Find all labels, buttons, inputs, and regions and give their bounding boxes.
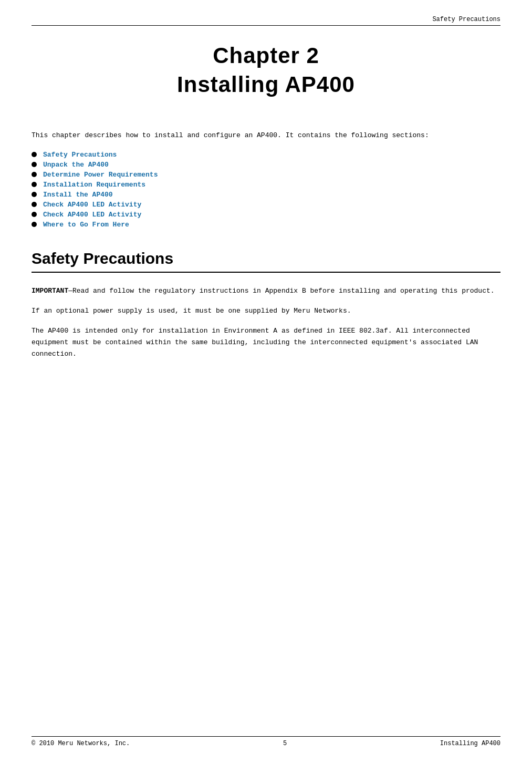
- chapter-number: Chapter 2: [213, 43, 319, 68]
- bullet-icon: [32, 152, 37, 157]
- page-header: Safety Precautions: [32, 16, 500, 26]
- toc-link-unpack[interactable]: Unpack the AP400: [43, 161, 109, 169]
- bullet-icon: [32, 182, 37, 187]
- important-label: IMPORTANT: [32, 287, 68, 295]
- toc-link-power[interactable]: Determine Power Requirements: [43, 171, 158, 179]
- list-item: Unpack the AP400: [32, 161, 500, 169]
- toc-link-led1[interactable]: Check AP400 LED Activity: [43, 201, 141, 209]
- bullet-icon: [32, 202, 37, 207]
- toc-link-install[interactable]: Install the AP400: [43, 191, 113, 199]
- chapter-heading: Chapter 2 Installing AP400: [32, 42, 500, 99]
- footer-title: Installing AP400: [440, 740, 500, 747]
- toc-link-safety[interactable]: Safety Precautions: [43, 151, 117, 159]
- chapter-title-block: Chapter 2 Installing AP400: [32, 42, 500, 99]
- body-paragraph-1: IMPORTANT—Read and follow the regulatory…: [32, 285, 500, 297]
- toc-link-led2[interactable]: Check AP400 LED Activity: [43, 211, 141, 219]
- footer-page-number: 5: [283, 740, 287, 747]
- intro-paragraph: This chapter describes how to install an…: [32, 130, 500, 141]
- bullet-icon: [32, 212, 37, 217]
- bullet-icon: [32, 222, 37, 227]
- list-item: Check AP400 LED Activity: [32, 201, 500, 209]
- page-footer: © 2010 Meru Networks, Inc. 5 Installing …: [32, 736, 500, 747]
- list-item: Install the AP400: [32, 191, 500, 199]
- bullet-icon: [32, 192, 37, 197]
- body-paragraph-2: If an optional power supply is used, it …: [32, 305, 500, 317]
- header-text: Safety Precautions: [432, 16, 500, 23]
- footer-copyright: © 2010 Meru Networks, Inc.: [32, 740, 130, 747]
- bullet-icon: [32, 172, 37, 177]
- section-heading: Safety Precautions: [32, 250, 500, 267]
- toc-list: Safety Precautions Unpack the AP400 Dete…: [32, 151, 500, 229]
- chapter-subtitle: Installing AP400: [177, 72, 355, 97]
- list-item: Determine Power Requirements: [32, 171, 500, 179]
- list-item: Installation Requirements: [32, 181, 500, 189]
- page: Safety Precautions Chapter 2 Installing …: [0, 0, 532, 763]
- body-text-1: —Read and follow the regulatory instruct…: [68, 287, 494, 295]
- list-item: Safety Precautions: [32, 151, 500, 159]
- list-item: Where to Go From Here: [32, 221, 500, 229]
- bullet-icon: [32, 162, 37, 167]
- toc-link-installation[interactable]: Installation Requirements: [43, 181, 145, 189]
- section-divider: [32, 272, 500, 273]
- body-paragraph-3: The AP400 is intended only for installat…: [32, 325, 500, 360]
- list-item: Check AP400 LED Activity: [32, 211, 500, 219]
- toc-link-where[interactable]: Where to Go From Here: [43, 221, 129, 229]
